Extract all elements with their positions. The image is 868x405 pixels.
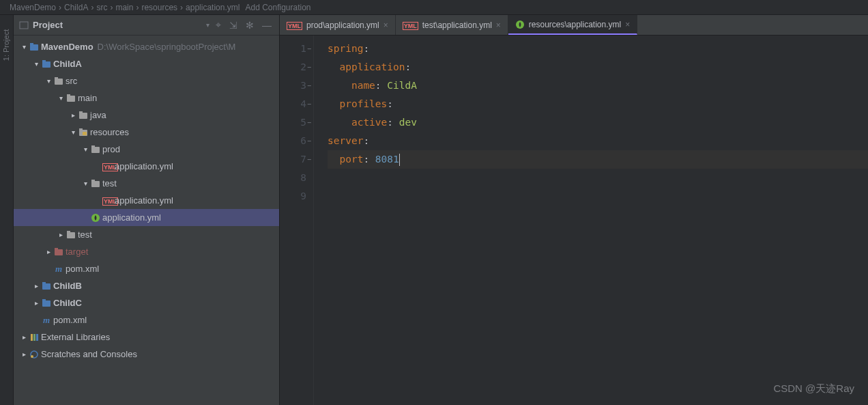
tree-item-application-yml[interactable]: YMLapplication.yml: [14, 192, 279, 209]
tab-label: prod\application.yml: [306, 20, 379, 30]
code-line[interactable]: active: dev: [328, 113, 868, 132]
code-line[interactable]: profiles:: [328, 95, 868, 113]
tree-label: main: [78, 93, 97, 103]
tree-item-application-yml[interactable]: YMLapplication.yml: [14, 158, 279, 175]
close-icon[interactable]: ×: [384, 20, 388, 30]
chevron-icon[interactable]: ▸: [19, 350, 29, 358]
svg-rect-28: [33, 334, 35, 341]
tree-item-ChildC[interactable]: ▸ChildC: [14, 294, 279, 311]
tree-item-target[interactable]: ▸target: [14, 243, 279, 260]
tree-item-External-Libraries[interactable]: ▸External Libraries: [14, 329, 279, 346]
bc-5[interactable]: application.yml: [186, 3, 240, 12]
chevron-icon[interactable]: ▾: [44, 77, 53, 85]
gutter: 123456789−−−−−−−: [280, 36, 314, 405]
chevron-icon[interactable]: ▾: [19, 43, 29, 51]
collapse-icon[interactable]: ⇲: [227, 20, 240, 31]
settings-icon[interactable]: ✻: [244, 20, 256, 31]
tree-item-resources[interactable]: ▾resources: [14, 124, 279, 141]
panel-title[interactable]: Project: [33, 20, 202, 30]
tree-item-ChildA[interactable]: ▾ChildA: [14, 55, 279, 72]
breadcrumb: MavenDemo › ChildA › src › main › resour…: [0, 0, 868, 15]
chevron-icon[interactable]: ▸: [44, 248, 53, 255]
locate-icon[interactable]: ⌖: [214, 19, 223, 31]
project-tree[interactable]: ▾MavenDemoD:\WorkSpace\springbootProject…: [14, 36, 279, 405]
yml-icon: YML: [403, 20, 418, 30]
tree-item-ChildB[interactable]: ▸ChildB: [14, 277, 279, 294]
hide-icon[interactable]: —: [260, 20, 274, 31]
module-icon: [41, 280, 52, 292]
chevron-icon[interactable]: ▸: [31, 299, 41, 307]
spring-icon: [515, 19, 525, 29]
tree-item-MavenDemo[interactable]: ▾MavenDemoD:\WorkSpace\springbootProject…: [14, 38, 279, 55]
close-icon[interactable]: ×: [496, 20, 501, 30]
tree-label: application.yml: [115, 195, 173, 206]
editor-tab[interactable]: YMLprod\application.yml×: [280, 15, 396, 35]
tree-label: ChildA: [53, 59, 82, 69]
bc-2[interactable]: src: [96, 3, 107, 12]
chevron-icon[interactable]: ▾: [56, 94, 66, 102]
chevron-icon[interactable]: ▸: [31, 282, 41, 290]
tree-label: java: [90, 110, 106, 120]
tree-item-pom-xml[interactable]: mpom.xml: [14, 311, 279, 329]
code-area[interactable]: spring: application: name: CildA profile…: [314, 36, 868, 405]
svg-rect-23: [42, 283, 50, 290]
maven-icon: m: [41, 315, 52, 326]
tree-item-test[interactable]: ▸test: [14, 226, 279, 243]
line-number: 8: [280, 169, 306, 187]
chevron-icon[interactable]: ▸: [56, 231, 66, 238]
dropdown-icon[interactable]: ▾: [206, 21, 209, 29]
maven-icon: m: [53, 264, 64, 275]
code-line[interactable]: port: 8081: [328, 150, 868, 169]
chevron-icon[interactable]: ▸: [68, 111, 78, 119]
project-tool-tab[interactable]: 1: Project: [3, 29, 11, 61]
project-panel: Project ▾ ⌖ ⇲ ✻ — ▾MavenDemoD:\WorkSpace…: [14, 15, 280, 405]
code-line[interactable]: application:: [328, 58, 868, 76]
chevron-icon[interactable]: ▾: [81, 180, 90, 187]
svg-rect-21: [55, 249, 63, 255]
tree-item-prod[interactable]: ▾prod: [14, 141, 279, 158]
editor[interactable]: 123456789−−−−−−− spring: application: na…: [280, 36, 868, 405]
editor-tab[interactable]: YMLtest\application.yml×: [396, 15, 508, 35]
tree-item-Scratches-and-Consoles[interactable]: ▸Scratches and Consoles: [14, 346, 279, 363]
chevron-icon[interactable]: ▸: [19, 333, 29, 341]
bc-3[interactable]: main: [115, 3, 133, 12]
editor-tab[interactable]: resources\application.yml×: [508, 15, 637, 35]
chevron-icon[interactable]: ▾: [81, 145, 90, 153]
code-line[interactable]: [328, 187, 868, 206]
lib-icon: [29, 332, 40, 343]
chevron-icon[interactable]: ▾: [31, 60, 41, 68]
tree-item-src[interactable]: ▾src: [14, 72, 279, 89]
project-icon: [19, 20, 29, 30]
tree-item-java[interactable]: ▸java: [14, 107, 279, 124]
bc-1[interactable]: ChildA: [64, 3, 88, 12]
tree-label: pom.xml: [66, 264, 99, 274]
svg-rect-7: [67, 96, 75, 102]
svg-rect-15: [91, 145, 95, 148]
line-number: 9: [280, 187, 306, 206]
line-number: 2: [280, 58, 306, 76]
bc-0[interactable]: MavenDemo: [10, 3, 56, 12]
tree-item-test[interactable]: ▾test: [14, 175, 279, 192]
code-line[interactable]: server:: [328, 132, 868, 150]
yml-icon: YML: [102, 195, 113, 206]
svg-rect-16: [91, 181, 100, 187]
tree-item-pom-xml[interactable]: mpom.xml: [14, 260, 279, 277]
bc-4[interactable]: resources: [141, 3, 177, 12]
code-line[interactable]: spring:: [328, 40, 868, 58]
chevron-icon[interactable]: ▾: [68, 128, 78, 136]
tool-window-stripe[interactable]: 1: Project: [0, 15, 14, 405]
code-line[interactable]: name: CildA: [328, 76, 868, 95]
svg-rect-14: [91, 147, 100, 153]
line-number: 1: [280, 40, 306, 58]
close-icon[interactable]: ×: [625, 20, 630, 29]
tree-label: test: [78, 229, 92, 240]
module-icon: [41, 297, 52, 309]
line-number: 5: [280, 113, 306, 132]
tree-item-main[interactable]: ▾main: [14, 89, 279, 107]
line-number: 3: [280, 76, 306, 95]
code-line[interactable]: [328, 169, 868, 187]
add-configuration[interactable]: Add Configuration: [245, 3, 315, 12]
spring-icon: [90, 212, 101, 223]
tree-item-application-yml[interactable]: application.yml: [14, 209, 279, 226]
svg-rect-8: [67, 94, 70, 96]
